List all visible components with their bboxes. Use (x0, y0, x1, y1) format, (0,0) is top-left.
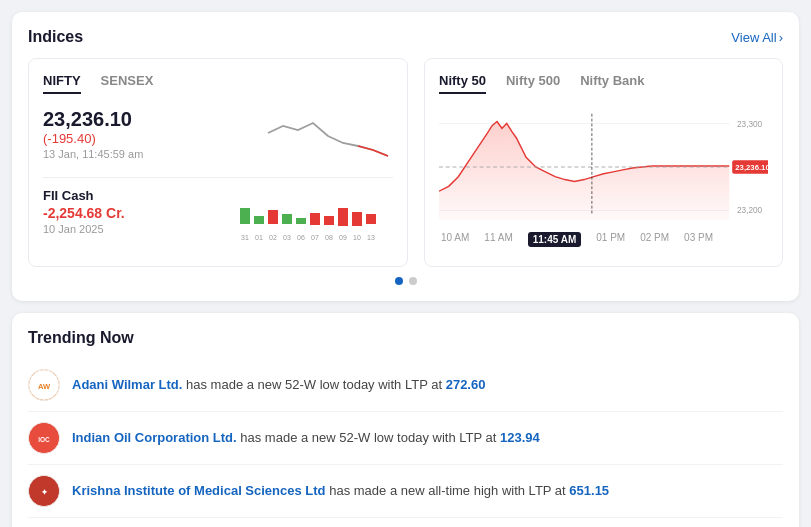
svg-rect-8 (352, 212, 362, 226)
list-item[interactable]: IOC Indian Oil Corporation Ltd. has made… (28, 412, 783, 465)
list-item[interactable]: VDC Vijaya Diagnostic Centre Ltd. has ma… (28, 518, 783, 527)
svg-text:07: 07 (311, 234, 319, 241)
nifty-section: 23,236.10 (-195.40) 13 Jan, 11:45:59 am (43, 108, 393, 163)
nifty-sparkline (263, 108, 393, 163)
svg-rect-5 (310, 213, 320, 225)
trending-text: Krishna Institute of Medical Sciences Lt… (72, 482, 609, 500)
dot-1[interactable] (395, 277, 403, 285)
left-panel: NIFTY SENSEX 23,236.10 (-195.40) 13 Jan,… (28, 58, 408, 267)
nifty-date: 13 Jan, 11:45:59 am (43, 148, 143, 160)
svg-rect-3 (282, 214, 292, 224)
avatar: ✦ (28, 475, 60, 507)
trending-text: Adani Wilmar Ltd. has made a new 52-W lo… (72, 376, 485, 394)
svg-text:01: 01 (255, 234, 263, 241)
chart-tab-niftybank[interactable]: Nifty Bank (580, 73, 644, 94)
trending-card: Trending Now AW Adani Wilmar Ltd. has ma… (12, 313, 799, 527)
chart-tabs: Nifty 50 Nifty 500 Nifty Bank (439, 73, 768, 94)
svg-text:AW: AW (38, 382, 51, 391)
fii-label: FII Cash (43, 188, 125, 203)
trending-text: Indian Oil Corporation Ltd. has made a n… (72, 429, 540, 447)
svg-rect-2 (268, 210, 278, 224)
divider (43, 177, 393, 178)
svg-text:23,200: 23,200 (737, 206, 763, 215)
fii-section: FII Cash -2,254.68 Cr. 10 Jan 2025 (43, 188, 393, 243)
dots-row (28, 277, 783, 285)
nifty-info: 23,236.10 (-195.40) 13 Jan, 11:45:59 am (43, 108, 143, 160)
svg-text:08: 08 (325, 234, 333, 241)
view-all-link[interactable]: View All › (731, 30, 783, 45)
chart-tab-nifty50[interactable]: Nifty 50 (439, 73, 486, 94)
chart-x-labels: 10 AM 11 AM 11:45 AM 01 PM 02 PM 03 PM (439, 232, 713, 247)
chart-area: 23,300 23,250 23,200 23,236.10 10 AM 11 … (439, 102, 768, 252)
fii-bar-chart: 31 01 02 03 06 07 08 09 10 13 (238, 188, 393, 243)
svg-text:10: 10 (353, 234, 361, 241)
indices-body: NIFTY SENSEX 23,236.10 (-195.40) 13 Jan,… (28, 58, 783, 267)
list-item[interactable]: AW Adani Wilmar Ltd. has made a new 52-W… (28, 359, 783, 412)
avatar: IOC (28, 422, 60, 454)
svg-rect-0 (240, 208, 250, 224)
svg-text:IOC: IOC (38, 436, 50, 443)
svg-text:06: 06 (297, 234, 305, 241)
nifty-value: 23,236.10 (43, 108, 143, 131)
indices-card: Indices View All › NIFTY SENSEX 23,236.1… (12, 12, 799, 301)
tab-nifty[interactable]: NIFTY (43, 73, 81, 94)
tooltip-box: 11:45 AM (528, 232, 582, 247)
svg-text:13: 13 (367, 234, 375, 241)
list-item[interactable]: ✦ Krishna Institute of Medical Sciences … (28, 465, 783, 518)
svg-text:03: 03 (283, 234, 291, 241)
right-panel: Nifty 50 Nifty 500 Nifty Bank (424, 58, 783, 267)
trending-list: AW Adani Wilmar Ltd. has made a new 52-W… (28, 359, 783, 527)
dot-2[interactable] (409, 277, 417, 285)
svg-text:23,300: 23,300 (737, 120, 763, 129)
chart-tab-nifty500[interactable]: Nifty 500 (506, 73, 560, 94)
indices-header: Indices View All › (28, 28, 783, 46)
svg-rect-1 (254, 216, 264, 224)
svg-rect-4 (296, 218, 306, 224)
fii-date: 10 Jan 2025 (43, 223, 125, 235)
svg-text:09: 09 (339, 234, 347, 241)
svg-rect-6 (324, 216, 334, 225)
tab-row: NIFTY SENSEX (43, 73, 393, 94)
avatar: AW (28, 369, 60, 401)
main-chart-svg: 23,300 23,250 23,200 23,236.10 (439, 102, 768, 232)
svg-text:✦: ✦ (41, 487, 48, 497)
svg-text:02: 02 (269, 234, 277, 241)
indices-title: Indices (28, 28, 83, 46)
svg-rect-7 (338, 208, 348, 226)
fii-info: FII Cash -2,254.68 Cr. 10 Jan 2025 (43, 188, 125, 235)
tab-sensex[interactable]: SENSEX (101, 73, 154, 94)
svg-text:31: 31 (241, 234, 249, 241)
svg-text:23,236.10: 23,236.10 (735, 163, 768, 172)
main-container: Indices View All › NIFTY SENSEX 23,236.1… (12, 12, 799, 527)
fii-value: -2,254.68 Cr. (43, 205, 125, 221)
trending-title: Trending Now (28, 329, 783, 347)
svg-rect-9 (366, 214, 376, 224)
nifty-change: (-195.40) (43, 131, 143, 146)
